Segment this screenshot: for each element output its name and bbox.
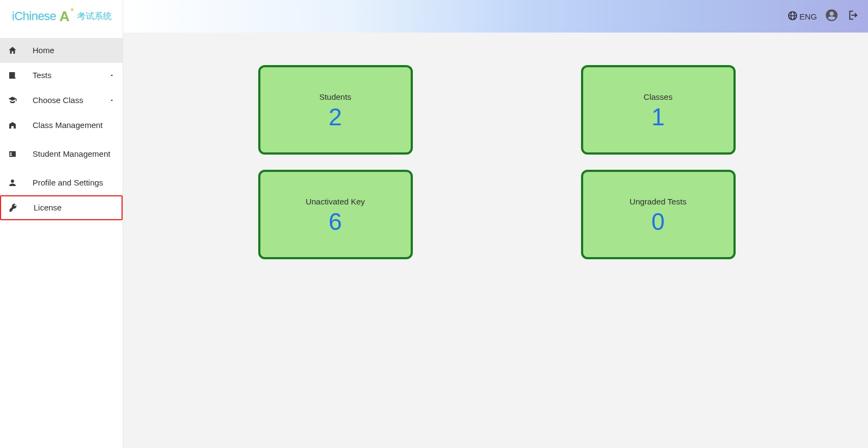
card-title: Ungraded Tests [630,197,687,206]
account-icon [825,8,839,24]
building-icon [8,120,27,130]
card-title: Students [319,92,351,101]
person-icon [8,178,27,188]
sidebar-item-label: Tests [27,71,108,80]
dashboard-cards: Students 2 Classes 1 Unactivated Key 6 U… [258,65,736,259]
card-title: Unactivated Key [305,197,365,206]
card-value: 0 [652,208,665,235]
sidebar-item-label: Home [27,46,115,55]
card-classes[interactable]: Classes 1 [581,65,736,155]
logo[interactable]: iChinese A + 考试系统 [0,0,123,33]
card-students[interactable]: Students 2 [258,65,413,155]
sidebar-item-license[interactable]: License [0,195,123,220]
sidebar-item-choose-class[interactable]: Choose Class [0,88,123,113]
sidebar-nav: Home Tests Choose Class Class Management… [0,33,123,220]
logo-brand: iChinese [12,9,56,23]
account-button[interactable] [825,8,839,24]
sidebar-item-student-management[interactable]: Student Management [0,138,123,170]
id-icon [8,149,27,159]
globe-icon [787,10,799,23]
sidebar-item-label: License [28,203,114,213]
card-value: 2 [329,104,342,131]
card-value: 6 [329,208,342,235]
logout-icon [846,9,858,23]
sidebar-item-label: Profile and Settings [27,178,115,188]
sidebar-item-profile-settings[interactable]: Profile and Settings [0,170,123,195]
home-icon [8,46,27,55]
language-switch[interactable]: ENG [787,10,817,23]
main-content: Students 2 Classes 1 Unactivated Key 6 U… [123,33,868,448]
cap-icon [8,95,27,105]
logo-badge: A + [60,8,70,25]
sidebar-item-label: Student Management [27,149,115,159]
key-icon [9,203,28,213]
sidebar-item-label: Choose Class [27,95,108,105]
sidebar-item-tests[interactable]: Tests [0,63,123,88]
card-unactivated-key[interactable]: Unactivated Key 6 [258,170,413,259]
logo-suffix: 考试系统 [77,11,112,22]
chevron-down-icon [108,96,115,105]
logout-button[interactable] [846,9,858,23]
sidebar: iChinese A + 考试系统 Home Tests Choose Clas… [0,0,123,448]
sidebar-item-home[interactable]: Home [0,38,123,63]
top-header: ENG [123,0,868,33]
sidebar-item-class-management[interactable]: Class Management [0,113,123,138]
card-title: Classes [643,92,672,101]
card-ungraded-tests[interactable]: Ungraded Tests 0 [581,170,736,259]
chevron-down-icon [108,71,115,80]
book-icon [8,71,27,80]
language-label: ENG [799,12,817,21]
card-value: 1 [652,104,665,131]
sidebar-item-label: Class Management [27,120,115,130]
